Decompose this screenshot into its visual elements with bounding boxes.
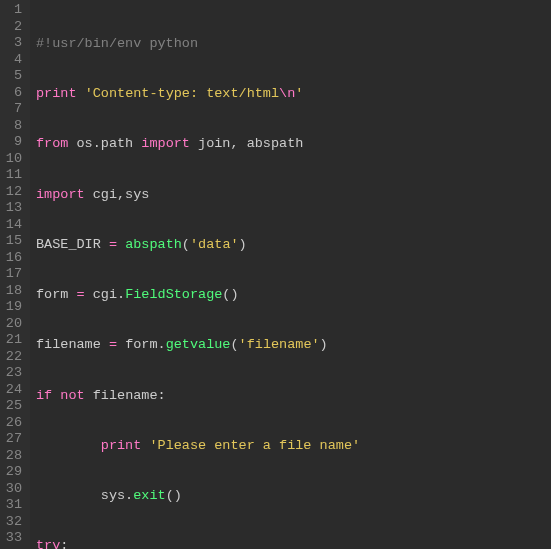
line-number: 22 bbox=[4, 349, 22, 366]
code-line: form = cgi.FieldStorage() bbox=[36, 287, 551, 304]
line-number: 15 bbox=[4, 233, 22, 250]
line-number: 14 bbox=[4, 217, 22, 234]
line-number: 18 bbox=[4, 283, 22, 300]
code-line: sys.exit() bbox=[36, 488, 551, 505]
line-number: 2 bbox=[4, 19, 22, 36]
line-number: 4 bbox=[4, 52, 22, 69]
line-number: 20 bbox=[4, 316, 22, 333]
line-number: 33 bbox=[4, 530, 22, 547]
line-number: 31 bbox=[4, 497, 22, 514]
line-number: 19 bbox=[4, 299, 22, 316]
line-number: 29 bbox=[4, 464, 22, 481]
line-number: 9 bbox=[4, 134, 22, 151]
code-editor: 1 2 3 4 5 6 7 8 9 10 11 12 13 14 15 16 1… bbox=[0, 0, 551, 549]
line-number: 32 bbox=[4, 514, 22, 531]
line-number: 23 bbox=[4, 365, 22, 382]
code-line: try: bbox=[36, 538, 551, 549]
line-number: 8 bbox=[4, 118, 22, 135]
code-line: if not filename: bbox=[36, 388, 551, 405]
line-number: 28 bbox=[4, 448, 22, 465]
code-area[interactable]: #!usr/bin/env python print 'Content-type… bbox=[30, 0, 551, 549]
code-line: #!usr/bin/env python bbox=[36, 36, 551, 53]
code-line: filename = form.getvalue('filename') bbox=[36, 337, 551, 354]
line-number: 13 bbox=[4, 200, 22, 217]
line-number: 5 bbox=[4, 68, 22, 85]
code-line: print 'Please enter a file name' bbox=[36, 438, 551, 455]
code-line: print 'Content-type: text/html\n' bbox=[36, 86, 551, 103]
line-number-gutter: 1 2 3 4 5 6 7 8 9 10 11 12 13 14 15 16 1… bbox=[0, 0, 30, 549]
line-number: 12 bbox=[4, 184, 22, 201]
line-number: 1 bbox=[4, 2, 22, 19]
line-number: 10 bbox=[4, 151, 22, 168]
line-number: 6 bbox=[4, 85, 22, 102]
code-line: import cgi,sys bbox=[36, 187, 551, 204]
code-line: from os.path import join, abspath bbox=[36, 136, 551, 153]
line-number: 25 bbox=[4, 398, 22, 415]
line-number: 17 bbox=[4, 266, 22, 283]
code-line: BASE_DIR = abspath('data') bbox=[36, 237, 551, 254]
line-number: 27 bbox=[4, 431, 22, 448]
line-number: 7 bbox=[4, 101, 22, 118]
line-number: 30 bbox=[4, 481, 22, 498]
line-number: 11 bbox=[4, 167, 22, 184]
line-number: 3 bbox=[4, 35, 22, 52]
line-number: 21 bbox=[4, 332, 22, 349]
line-number: 26 bbox=[4, 415, 22, 432]
line-number: 24 bbox=[4, 382, 22, 399]
line-number: 16 bbox=[4, 250, 22, 267]
